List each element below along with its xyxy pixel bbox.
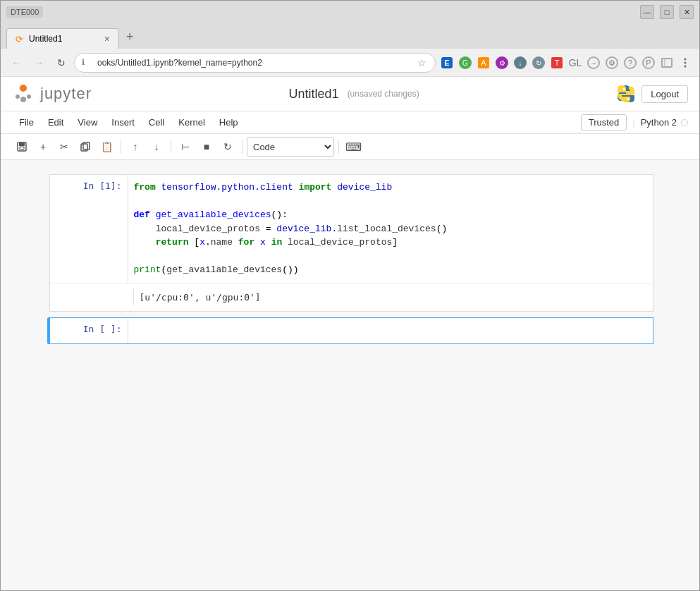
nav-bar: ← → ↻ ℹ ooks/Untitled1.ipynb?kernel_name… (1, 49, 699, 77)
svg-text:↻: ↻ (536, 59, 541, 67)
output-text: [u'/cpu:0', u'/gpu:0'] (133, 289, 647, 305)
tab-close-button[interactable]: × (104, 33, 110, 44)
maximize-button[interactable]: □ (660, 5, 674, 19)
extension-icon-1[interactable]: E (438, 54, 455, 71)
browser-action-icons: E G A ⚙ (438, 54, 694, 71)
output-prompt (56, 289, 133, 305)
cell-2-prompt: In [ ]: (50, 318, 128, 343)
back-button[interactable]: ← (6, 53, 26, 73)
python-logo (616, 84, 636, 104)
svg-point-31 (27, 95, 31, 99)
extension-icon-10[interactable]: ⚙ (603, 54, 620, 71)
svg-text:⚙: ⚙ (499, 59, 505, 67)
cell-1-prompt: In [1]: (50, 175, 128, 283)
toolbar-separator-1 (121, 140, 121, 154)
refresh-button[interactable]: ↻ (51, 53, 71, 73)
bookmark-icon[interactable]: ☆ (417, 57, 426, 68)
menu-edit[interactable]: Edit (41, 114, 70, 130)
svg-point-33 (627, 98, 630, 100)
svg-point-32 (623, 88, 625, 90)
jupyter-logo: jupyter (12, 83, 92, 105)
cut-button[interactable]: ✂ (54, 137, 74, 157)
tab-favicon: ⟳ (16, 34, 23, 44)
extension-icon-12[interactable]: P (640, 54, 657, 71)
move-up-button[interactable]: ↑ (125, 137, 145, 157)
unsaved-changes-label: (unsaved changes) (348, 89, 419, 99)
title-bar-left: DTE000 (6, 6, 43, 18)
address-bar[interactable]: ℹ ooks/Untitled1.ipynb?kernel_name=pytho… (74, 53, 436, 73)
svg-text:GL: GL (569, 57, 582, 68)
svg-text:T: T (555, 59, 560, 67)
copy-button[interactable] (75, 137, 95, 157)
cell-type-select[interactable]: Code Markdown Raw NBConvert (247, 137, 334, 157)
extension-icon-6[interactable]: ↻ (530, 54, 547, 71)
extension-icon-3[interactable]: A (475, 54, 492, 71)
toolbar-separator-2 (171, 140, 171, 154)
extension-icon-2[interactable]: G (457, 54, 474, 71)
svg-text:→: → (590, 59, 597, 67)
svg-text:G: G (462, 59, 468, 67)
toolbar-separator-4 (338, 140, 339, 154)
restart-button[interactable]: ↻ (218, 137, 238, 157)
kernel-name: Python 2 (641, 117, 677, 128)
menu-bar: File Edit View Insert Cell Kernel Help T… (1, 111, 699, 134)
move-down-button[interactable]: ↓ (147, 137, 166, 157)
more-options-icon[interactable] (677, 54, 694, 71)
trusted-button[interactable]: Trusted (581, 114, 627, 130)
minimize-button[interactable]: — (640, 5, 654, 19)
svg-rect-36 (20, 147, 24, 150)
new-tab-button[interactable]: + (121, 25, 140, 49)
menu-cell[interactable]: Cell (142, 114, 171, 130)
svg-point-29 (20, 97, 26, 102)
menu-view[interactable]: View (70, 114, 104, 130)
title-bar: DTE000 — □ ✕ (1, 1, 699, 23)
extension-icon-7[interactable]: T (548, 54, 565, 71)
extension-icon-11[interactable]: ? (622, 54, 639, 71)
extension-icon-9[interactable]: → (585, 54, 602, 71)
logout-button[interactable]: Logout (641, 85, 688, 103)
menu-right: Trusted | Python 2 (581, 114, 688, 130)
cell-1-main: In [1]: from tensorflow.python.client im… (49, 174, 653, 312)
output-value: [u'/cpu:0', u'/gpu:0'] (140, 292, 261, 303)
svg-text:E: E (444, 59, 449, 67)
svg-text:↓: ↓ (519, 59, 522, 67)
close-button[interactable]: ✕ (680, 5, 694, 19)
svg-point-30 (16, 95, 20, 99)
save-button[interactable] (12, 137, 32, 157)
browser-tab[interactable]: ⟳ Untitled1 × (6, 28, 119, 49)
menu-kernel[interactable]: Kernel (171, 114, 212, 130)
svg-point-25 (684, 58, 687, 60)
extension-icon-13[interactable] (658, 54, 675, 71)
add-cell-button[interactable]: + (33, 137, 53, 157)
notebook-title[interactable]: Untitled1 (289, 87, 339, 102)
toolbar-separator-3 (242, 140, 242, 154)
forward-button[interactable]: → (29, 53, 49, 73)
cell-2-main[interactable]: In [ ]: (49, 317, 653, 344)
window-controls: — □ ✕ (640, 5, 694, 19)
stop-button[interactable]: ■ (197, 137, 216, 157)
tab-bar: ⟳ Untitled1 × + (1, 23, 699, 49)
extension-icon-5[interactable]: ↓ (512, 54, 529, 71)
svg-text:?: ? (628, 59, 632, 67)
tab-title: Untitled1 (29, 34, 62, 44)
kernel-indicator: Python 2 (641, 117, 688, 128)
jupyter-name: jupyter (40, 85, 92, 103)
menu-help[interactable]: Help (212, 114, 245, 130)
cell-1-code-area[interactable]: from tensorflow.python.client import dev… (128, 175, 653, 283)
notebook-title-area: Untitled1 (unsaved changes) (289, 87, 419, 102)
svg-text:A: A (481, 59, 486, 67)
lock-icon: ℹ (82, 58, 85, 67)
extension-icon-4[interactable]: ⚙ (493, 54, 510, 71)
menu-file[interactable]: File (12, 114, 41, 130)
keyboard-icon[interactable]: ⌨ (343, 137, 363, 157)
browser-window: DTE000 — □ ✕ ⟳ Untitled1 × + ← → ↻ ℹ ook… (0, 0, 700, 591)
menu-insert[interactable]: Insert (104, 114, 142, 130)
step-button[interactable]: ⊢ (176, 137, 195, 157)
cell-2-input[interactable] (128, 318, 653, 343)
paste-button[interactable]: 📋 (97, 137, 116, 157)
extension-icon-8[interactable]: GL (567, 54, 584, 71)
cell-1-inner: In [1]: from tensorflow.python.client im… (50, 175, 653, 283)
header-right: Logout (616, 84, 688, 104)
jupyter-header: jupyter Untitled1 (unsaved changes) Logo… (1, 77, 699, 111)
jupyter-logo-icon (12, 83, 35, 105)
